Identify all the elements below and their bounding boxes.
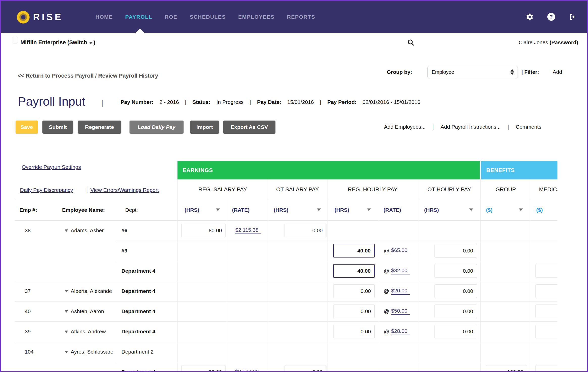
ot-hourly-hrs-input[interactable] [434, 305, 477, 318]
row-separator [116, 241, 557, 241]
group-by-label: Group by: [387, 69, 412, 75]
column-dropdown-icon[interactable] [216, 208, 220, 211]
company-name: Mifflin Enterprise [20, 39, 66, 46]
column-dropdown-icon[interactable] [317, 208, 321, 211]
import-button[interactable]: Import [190, 121, 219, 134]
reg-hourly-hrs-input[interactable] [333, 264, 375, 278]
table-row: Department 4$2,500.00 [15, 362, 557, 372]
reg-hourly-hrs-input[interactable] [333, 325, 375, 338]
ot-salary-hrs-input[interactable] [285, 224, 326, 237]
nav-item-schedules[interactable]: SCHEDULES [190, 14, 226, 20]
reg-hourly-rate-link[interactable]: $20.00 [391, 288, 410, 295]
at-sign: @ [384, 329, 389, 335]
status-value: In Progress [216, 99, 243, 105]
nav-item-home[interactable]: HOME [95, 14, 113, 20]
logout-icon[interactable] [569, 13, 577, 21]
reg-salary-rate-link-cell: $2,115.38 [228, 220, 268, 241]
select-stepper-icon [510, 69, 514, 75]
reg-hourly-rate-link[interactable]: $65.00 [391, 247, 410, 254]
department-label: Department 4 [121, 281, 155, 301]
add-payroll-instructions-link[interactable]: Add Payroll Instructions... [441, 124, 501, 130]
password-link[interactable]: (Password) [550, 39, 578, 45]
ot-hourly-hrs-input[interactable] [434, 264, 477, 278]
col-header-ot-salary-pay: OT SALARY PAY [268, 179, 327, 200]
table-gridline [15, 200, 557, 200]
view-errors-warnings-link[interactable]: View Errors/Warnings Report [90, 187, 159, 193]
submit-button[interactable]: Submit [42, 121, 73, 134]
medical-benefit-input[interactable] [535, 305, 557, 318]
top-navbar: RISE HOME PAYROLL ROE SCHEDULES EMPLOYEE… [1, 1, 587, 33]
table-row: 38Adams, Asher#6$2,115.38 [15, 220, 557, 241]
nav-item-employees[interactable]: EMPLOYEES [238, 14, 274, 20]
nav-item-roe[interactable]: ROE [165, 14, 177, 20]
load-daily-pay-button[interactable]: Load Daily Pay [130, 121, 184, 134]
status-label: Status: [192, 99, 210, 105]
employee-expand-icon[interactable] [65, 331, 68, 333]
reg-hourly-rate-link[interactable]: $32.00 [391, 267, 410, 274]
brand-name: RISE [33, 12, 63, 22]
reg-hourly-hrs-input[interactable] [333, 305, 375, 318]
employee-expand-icon[interactable] [65, 351, 68, 353]
subheader-medical-dollars: ($) [536, 200, 543, 220]
company-checkbox[interactable] [12, 37, 18, 43]
user-menu[interactable]: Claire Jones (Password) [519, 33, 578, 52]
medical-benefit-input[interactable] [535, 284, 557, 298]
col-header-reg-salary-pay: REG. SALARY PAY [177, 179, 268, 200]
col-header-reg-hourly-pay: REG. HOURLY PAY [327, 179, 418, 200]
group-by-select[interactable]: Employee [427, 66, 518, 78]
comments-link[interactable]: Comments [516, 124, 542, 130]
reg-salary-hrs-input[interactable] [181, 365, 226, 372]
table-row: #9@$65.00 [15, 241, 557, 261]
link-separator: | [507, 124, 509, 130]
medical-benefit-input[interactable] [535, 264, 557, 278]
department-label: Department 4 [121, 362, 155, 372]
employee-expand-icon[interactable] [65, 229, 68, 232]
search-icon[interactable] [407, 38, 415, 48]
save-button[interactable]: Save [16, 121, 38, 134]
filter-label: | Filter: [521, 69, 539, 75]
reg-hourly-rate-link[interactable]: $50.00 [391, 308, 410, 315]
filter-add-link[interactable]: Add [553, 69, 562, 75]
group-by-value: Employee [432, 69, 454, 75]
export-as-csv-button[interactable]: Export As CSV [223, 121, 275, 134]
reg-hourly-hrs-input[interactable] [333, 244, 375, 258]
employee-number: 37 [25, 281, 31, 301]
return-to-process-payroll-link[interactable]: << Return to Process Payroll / Review Pa… [18, 73, 158, 79]
ot-hourly-hrs-input[interactable] [434, 325, 477, 338]
at-sign: @ [384, 288, 389, 294]
reg-hourly-rate-link-cell: @$32.00 [384, 261, 410, 281]
reg-salary-rate-link[interactable]: $2,500.00 [235, 368, 261, 372]
nav-item-payroll[interactable]: PAYROLL [125, 14, 152, 20]
daily-pay-discrepancy-link[interactable]: Daily Pay Discrepancy [20, 187, 73, 193]
column-dropdown-icon[interactable] [469, 208, 473, 211]
column-dropdown-icon[interactable] [367, 208, 371, 211]
switch-label-close: ) [93, 39, 95, 46]
row-separator [116, 362, 557, 362]
reg-salary-hrs-input[interactable] [181, 224, 226, 237]
override-payrun-settings-link[interactable]: Override Payrun Settings [22, 164, 81, 170]
employee-expand-icon[interactable] [65, 310, 68, 313]
ot-hourly-hrs-input[interactable] [434, 284, 477, 298]
medical-benefit-input[interactable] [535, 365, 557, 372]
medical-benefit-input[interactable] [535, 325, 557, 338]
reg-salary-rate-link[interactable]: $2,115.38 [235, 227, 261, 234]
reg-hourly-hrs-input[interactable] [333, 284, 375, 298]
col-header-ot-hourly-pay: OT HOURLY PAY [418, 179, 480, 200]
column-dropdown-icon[interactable] [519, 208, 523, 211]
employee-number: 39 [25, 321, 31, 342]
help-icon[interactable]: ? [547, 13, 555, 21]
add-employees-link[interactable]: Add Employees... [384, 124, 426, 130]
regenerate-button[interactable]: Regenerate [78, 121, 121, 134]
subheader-reg-hourly-hrs: (HRS) [335, 200, 349, 220]
company-bar: Mifflin Enterprise (Switch ) Claire Jone… [1, 33, 587, 52]
employee-expand-icon[interactable] [65, 290, 68, 292]
group-benefit-input[interactable] [486, 365, 527, 372]
ot-hourly-hrs-input[interactable] [434, 244, 477, 258]
reg-hourly-rate-link[interactable]: $28.00 [391, 328, 410, 335]
pay-period-label: Pay Period: [327, 99, 356, 105]
ot-salary-hrs-input[interactable] [285, 365, 326, 372]
nav-item-reports[interactable]: REPORTS [287, 14, 315, 20]
settings-gear-icon[interactable] [526, 13, 534, 21]
page-title: Payroll Input [18, 95, 85, 108]
company-switcher[interactable]: Mifflin Enterprise (Switch ) [20, 33, 95, 52]
